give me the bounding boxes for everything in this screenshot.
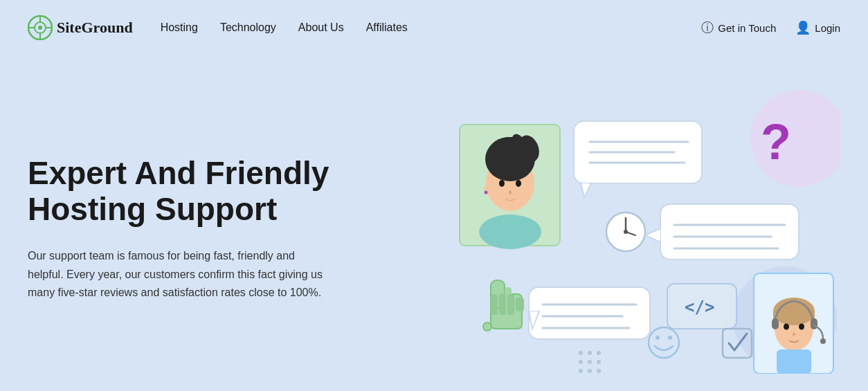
svg-rect-45 xyxy=(507,294,514,315)
svg-rect-48 xyxy=(529,287,650,339)
svg-point-62 xyxy=(588,360,592,364)
svg-point-75 xyxy=(784,324,789,330)
svg-rect-32 xyxy=(660,204,799,260)
svg-point-2 xyxy=(38,26,42,30)
nav-affiliates[interactable]: Affiliates xyxy=(366,21,408,33)
svg-point-20 xyxy=(485,191,488,194)
svg-point-15 xyxy=(479,215,541,249)
logo-link[interactable]: SiteGround xyxy=(28,15,133,40)
user-circle-icon: 👤 xyxy=(795,20,811,35)
nav-about-us[interactable]: About Us xyxy=(298,21,344,33)
svg-point-31 xyxy=(624,230,628,234)
svg-rect-44 xyxy=(499,294,506,315)
svg-point-65 xyxy=(588,369,592,373)
svg-point-19 xyxy=(484,186,488,190)
svg-point-60 xyxy=(597,351,601,355)
get-in-touch-label: Get in Touch xyxy=(718,22,776,34)
nav-technology[interactable]: Technology xyxy=(220,21,276,33)
hero-description: Our support team is famous for being fas… xyxy=(28,247,332,302)
hero-illustration: ? </> xyxy=(439,83,840,374)
svg-point-18 xyxy=(509,190,512,194)
svg-point-76 xyxy=(799,324,804,330)
svg-point-54 xyxy=(649,327,679,358)
hero-title: Expert And Friendly Hosting Support xyxy=(28,155,374,228)
hero-section: Expert And Friendly Hosting Support Our … xyxy=(0,55,868,391)
svg-point-74 xyxy=(820,338,826,344)
login-label: Login xyxy=(815,22,840,34)
hero-text-block: Expert And Friendly Hosting Support Our … xyxy=(28,155,374,302)
illustration-svg: ? </> xyxy=(439,83,840,374)
svg-point-55 xyxy=(655,336,660,340)
svg-point-58 xyxy=(579,351,583,355)
svg-rect-72 xyxy=(772,318,779,329)
nav-right-actions: ⓘ Get in Touch 👤 Login xyxy=(701,19,840,36)
svg-point-56 xyxy=(668,336,672,340)
svg-point-61 xyxy=(579,360,583,364)
navbar: SiteGround Hosting Technology About Us A… xyxy=(0,0,868,55)
svg-point-59 xyxy=(588,351,592,355)
svg-point-66 xyxy=(597,369,601,373)
svg-rect-43 xyxy=(491,294,498,315)
svg-point-16 xyxy=(499,180,505,187)
svg-point-77 xyxy=(793,333,795,336)
get-in-touch-link[interactable]: ⓘ Get in Touch xyxy=(701,19,776,36)
svg-point-63 xyxy=(597,360,601,364)
login-link[interactable]: 👤 Login xyxy=(795,20,840,35)
question-circle-icon: ⓘ xyxy=(701,19,714,36)
svg-text:?: ? xyxy=(761,114,791,170)
svg-rect-73 xyxy=(811,318,817,329)
svg-point-17 xyxy=(516,180,521,187)
nav-hosting[interactable]: Hosting xyxy=(161,21,198,33)
brand-name: SiteGround xyxy=(57,19,133,37)
logo-icon xyxy=(28,15,53,40)
svg-point-47 xyxy=(483,322,491,331)
svg-rect-46 xyxy=(516,298,524,311)
svg-text:</>: </> xyxy=(685,298,714,317)
svg-point-64 xyxy=(579,369,583,373)
svg-rect-70 xyxy=(773,310,815,320)
nav-links: Hosting Technology About Us Affiliates xyxy=(161,21,408,34)
svg-rect-71 xyxy=(777,349,811,374)
